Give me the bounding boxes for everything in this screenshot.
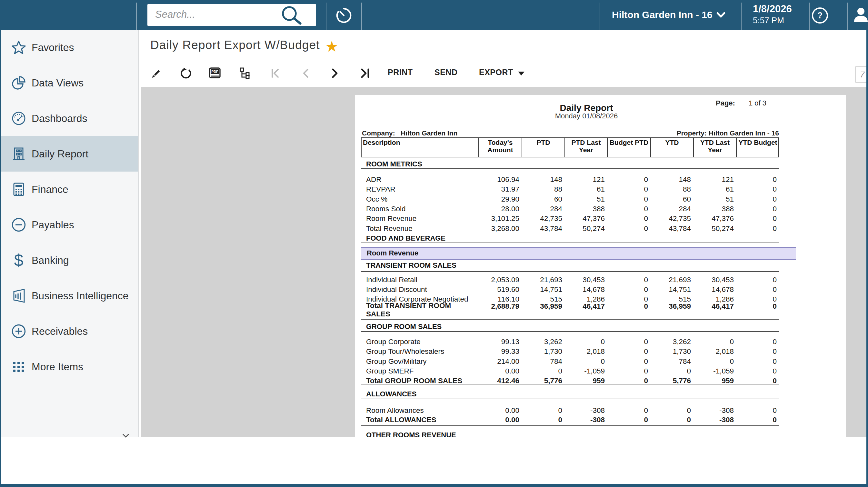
svg-text:?: ?: [817, 11, 823, 20]
svg-text:PDF: PDF: [212, 70, 219, 73]
